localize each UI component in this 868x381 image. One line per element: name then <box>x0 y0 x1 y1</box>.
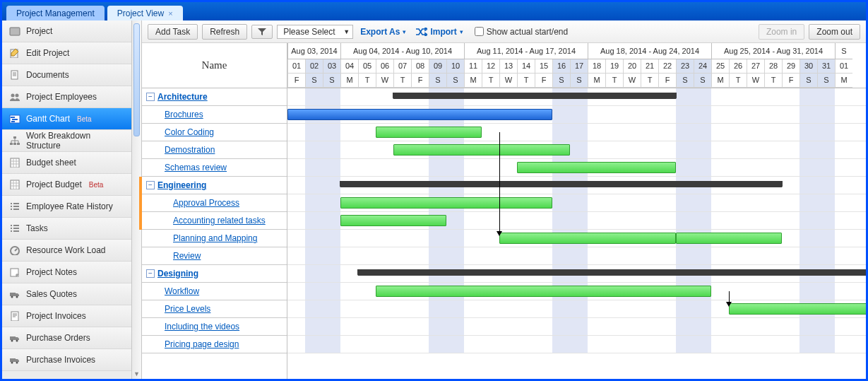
sidebar-item-project[interactable]: Project <box>2 20 131 42</box>
task-row[interactable]: −Architecture <box>142 88 287 106</box>
scroll-down-icon[interactable]: ▼ <box>132 369 141 379</box>
scroll-thumb[interactable] <box>133 23 140 136</box>
task-row[interactable]: Color Coding <box>142 124 287 141</box>
sidebar-item-employee-rate-history[interactable]: Employee Rate History <box>2 196 131 218</box>
zoom-out-button[interactable]: Zoom out <box>809 24 860 40</box>
task-link[interactable]: Review <box>173 251 201 261</box>
summary-bar[interactable] <box>393 93 676 99</box>
sidebar-item-purchase-orders[interactable]: Purchase Orders <box>2 327 131 349</box>
task-link[interactable]: Schemas review <box>165 163 227 172</box>
sidebar-item-budget-sheet[interactable]: Budget sheet <box>2 152 131 174</box>
tab-project-management[interactable]: Project Management <box>6 6 105 20</box>
sidebar-item-label: Sales Quotes <box>26 289 77 299</box>
task-bar[interactable] <box>376 286 711 297</box>
add-task-button[interactable]: Add Task <box>148 24 198 40</box>
sidebar-item-resource-work-load[interactable]: Resource Work Load <box>2 240 131 262</box>
sidebar-item-tasks[interactable]: Tasks <box>2 218 131 240</box>
task-link[interactable]: Engineering <box>157 180 206 190</box>
task-row[interactable]: Demostration <box>142 141 287 159</box>
task-row[interactable]: Brochures <box>142 106 287 124</box>
day-number: 31 <box>817 59 835 74</box>
day-of-week: M <box>464 74 482 88</box>
collapse-icon[interactable]: − <box>146 269 155 278</box>
day-of-week: T <box>605 74 623 88</box>
sidebar-item-project-employees[interactable]: Project Employees <box>2 86 131 108</box>
close-icon[interactable]: × <box>168 9 172 18</box>
collapse-icon[interactable]: − <box>146 93 155 101</box>
task-row[interactable]: Accounting related tasks <box>142 212 287 230</box>
gantt-lane <box>287 159 866 177</box>
task-row[interactable]: Planning and Mapping <box>142 230 287 247</box>
task-link[interactable]: Planning and Mapping <box>173 233 257 243</box>
show-actual-checkbox[interactable]: Show actual start/end <box>475 27 568 37</box>
name-header: Name <box>142 43 287 88</box>
sidebar-item-project-budget[interactable]: Project BudgetBeta <box>2 174 131 196</box>
sidebar-item-project-invoices[interactable]: Project Invoices <box>2 305 131 327</box>
import-button[interactable]: Import▾ <box>413 25 465 39</box>
task-row[interactable]: Workflow <box>142 283 287 300</box>
task-row[interactable]: −Designing <box>142 265 287 283</box>
task-bar[interactable] <box>287 109 552 120</box>
filter-button[interactable] <box>251 25 273 39</box>
day-number: 28 <box>764 59 782 74</box>
gantt-lane <box>287 194 866 212</box>
summary-bar[interactable] <box>358 269 866 276</box>
summary-bar[interactable] <box>340 181 782 187</box>
task-link[interactable]: Price Levels <box>165 304 210 314</box>
day-number: 24 <box>694 59 711 74</box>
task-row[interactable]: Including the videos <box>142 318 287 336</box>
task-bar[interactable] <box>340 197 552 209</box>
day-of-week: M <box>588 74 605 88</box>
task-row[interactable]: Schemas review <box>142 159 287 177</box>
task-bar[interactable] <box>376 127 482 138</box>
export-as-button[interactable]: Export As▾ <box>357 25 409 39</box>
task-link[interactable]: Brochures <box>165 110 203 119</box>
task-link[interactable]: Including the videos <box>165 322 239 332</box>
people-icon <box>9 92 20 102</box>
task-row[interactable]: Pricing page design <box>142 336 287 353</box>
task-bar[interactable] <box>499 233 676 244</box>
sidebar-item-label: Purchase Orders <box>26 333 90 343</box>
show-actual-input[interactable] <box>475 27 484 36</box>
refresh-button[interactable]: Refresh <box>202 24 247 40</box>
task-bar[interactable] <box>676 233 782 244</box>
sidebar-item-edit-project[interactable]: Edit Project <box>2 42 131 64</box>
sidebar-item-sales-quotes[interactable]: Sales Quotes <box>2 283 131 305</box>
task-link[interactable]: Approval Process <box>173 198 239 208</box>
zoom-in-button[interactable]: Zoom in <box>759 24 804 40</box>
sidebar-item-gantt-chart[interactable]: Gantt ChartBeta <box>2 108 131 130</box>
day-number: 05 <box>358 59 376 74</box>
category-select[interactable]: Please Select▼ <box>277 25 353 39</box>
task-bar[interactable] <box>729 303 866 315</box>
task-row[interactable]: Approval Process <box>142 194 287 212</box>
tab-project-view[interactable]: Project View × <box>107 6 183 20</box>
task-bar[interactable] <box>393 144 570 156</box>
day-number: 20 <box>623 59 641 74</box>
collapse-icon[interactable]: − <box>146 181 155 189</box>
week-header: S <box>835 43 852 59</box>
sidebar-item-work-breakdown-structure[interactable]: Work Breakdown Structure <box>2 130 131 152</box>
svg-rect-12 <box>17 143 20 145</box>
day-of-week: W <box>499 74 517 88</box>
task-row[interactable]: Review <box>142 247 287 265</box>
task-link[interactable]: Architecture <box>157 92 208 102</box>
task-row[interactable]: −Engineering <box>142 177 287 194</box>
task-bar[interactable] <box>517 162 676 173</box>
task-row[interactable]: Price Levels <box>142 300 287 318</box>
svg-rect-14 <box>11 180 19 189</box>
sidebar-item-project-notes[interactable]: Project Notes <box>2 262 131 283</box>
sidebar-item-documents[interactable]: Documents <box>2 64 131 86</box>
task-link[interactable]: Accounting related tasks <box>173 216 266 225</box>
task-bar[interactable] <box>340 215 446 226</box>
task-link[interactable]: Pricing page design <box>165 339 239 349</box>
task-link[interactable]: Color Coding <box>165 127 214 137</box>
task-link[interactable]: Demostration <box>165 145 215 155</box>
gantt-lane <box>287 336 866 353</box>
sidebar-item-purchase-invoices[interactable]: Purchase Invoices <box>2 349 131 371</box>
day-number: 27 <box>747 59 764 74</box>
day-of-week: S <box>676 74 694 88</box>
timeline-area[interactable]: Aug 03, 2014Aug 04, 2014 - Aug 10, 2014A… <box>287 43 866 379</box>
task-link[interactable]: Workflow <box>165 286 199 296</box>
svg-rect-6 <box>11 117 15 118</box>
task-link[interactable]: Designing <box>157 269 198 279</box>
